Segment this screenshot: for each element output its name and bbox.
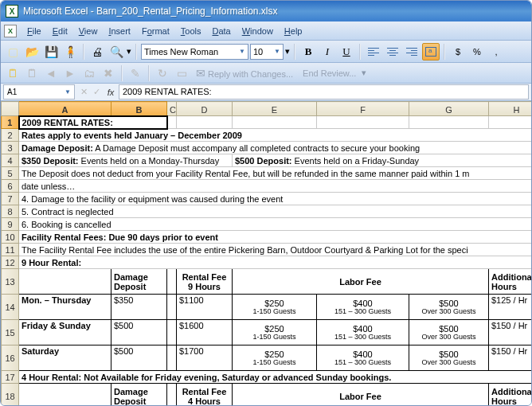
col-header-H[interactable]: H	[489, 102, 533, 116]
row-header[interactable]: 11	[2, 244, 19, 256]
worksheet-grid[interactable]: A B C D E F G H 1 2009 RENTAL RATES: 2 R…	[1, 101, 532, 406]
menu-data[interactable]: Data	[206, 24, 236, 38]
delete-comment-button[interactable]: ✖	[100, 64, 117, 82]
cell-H13[interactable]: Additional Hours	[489, 269, 533, 295]
cell-E16[interactable]: $2501-150 Guests	[233, 345, 317, 371]
menu-format[interactable]: Format	[136, 24, 175, 38]
permission-button[interactable]: 🧍	[61, 43, 79, 61]
row-header[interactable]: 3	[2, 142, 19, 154]
bold-button[interactable]: B	[299, 43, 317, 61]
cell-A5[interactable]: The Deposit does not deduct from your Fa…	[19, 167, 533, 180]
row-header[interactable]: 9	[2, 218, 19, 231]
cell-A17[interactable]: 4 Hour Rental: Not Available for Friday …	[19, 371, 533, 384]
row-header[interactable]: 14	[2, 295, 19, 320]
row-header[interactable]: 1	[2, 116, 19, 129]
col-header-C[interactable]: C	[167, 102, 177, 116]
row-header[interactable]: 17	[2, 371, 19, 384]
cell-A11[interactable]: The Facility Rental Fee includes the use…	[19, 244, 533, 256]
cell-A10[interactable]: Facility Rental Fees: Due 90 days prior …	[19, 231, 533, 244]
row-header[interactable]: 5	[2, 167, 19, 180]
menu-file[interactable]: File	[22, 24, 47, 38]
comma-button[interactable]: ,	[487, 43, 505, 61]
reply-with-changes-button[interactable]: ✉ Reply with Changes...	[192, 68, 297, 79]
show-comment-button[interactable]: 🗒	[23, 64, 41, 82]
cell-E15[interactable]: $2501-150 Guests	[233, 320, 317, 345]
cell-A16[interactable]: Saturday	[19, 345, 111, 371]
print-preview-button[interactable]: 🔍	[108, 43, 125, 61]
col-header-F[interactable]: F	[317, 102, 409, 116]
overflow-dropdown[interactable]: ▾	[362, 68, 366, 78]
cell-G14[interactable]: $500Over 300 Guests	[409, 295, 489, 320]
menu-insert[interactable]: Insert	[103, 24, 136, 38]
cell-A9[interactable]: 6. Booking is cancelled	[19, 218, 533, 231]
cell-D15[interactable]: $1600	[177, 320, 233, 345]
cell-A18[interactable]	[19, 384, 111, 407]
cell-A13[interactable]	[19, 269, 111, 295]
cell-H16[interactable]: $150 / Hr	[489, 345, 533, 371]
cell-B18[interactable]: Damage Deposit	[111, 384, 167, 407]
cell-B15[interactable]: $500	[111, 320, 167, 345]
new-comment-button[interactable]: 🗒	[4, 64, 22, 82]
row-header[interactable]: 13	[2, 269, 19, 295]
align-right-button[interactable]	[403, 43, 421, 61]
menu-edit[interactable]: Edit	[47, 24, 73, 38]
cell-B16[interactable]: $500	[111, 345, 167, 371]
align-center-button[interactable]	[384, 43, 401, 61]
save-button[interactable]: 💾	[42, 43, 60, 61]
currency-button[interactable]: $	[449, 43, 467, 61]
cell-D13[interactable]: Rental Fee 9 Hours	[177, 269, 233, 295]
row-header[interactable]: 12	[2, 256, 19, 269]
cell-A15[interactable]: Friday & Sunday	[19, 320, 111, 345]
cell-F16[interactable]: $400151 – 300 Guests	[317, 345, 409, 371]
font-name-select[interactable]: Times New Roman▼	[141, 44, 248, 60]
open-button[interactable]: 📂	[23, 43, 41, 61]
next-comment-button[interactable]: ►	[61, 64, 79, 82]
col-header-G[interactable]: G	[409, 102, 489, 116]
select-all-corner[interactable]	[2, 102, 19, 116]
print-button[interactable]: 🖨	[88, 43, 106, 61]
cell-A3[interactable]: Damage Deposit: A Damage Deposit must ac…	[19, 142, 533, 154]
row-header[interactable]: 10	[2, 231, 19, 244]
menu-help[interactable]: Help	[279, 24, 308, 38]
underline-button[interactable]: U	[338, 43, 355, 61]
prev-comment-button[interactable]: ◄	[42, 64, 60, 82]
cell-E18[interactable]: Labor Fee	[233, 384, 489, 407]
show-all-comments-button[interactable]: 🗂	[80, 64, 98, 82]
overflow-dropdown[interactable]: ▾	[285, 46, 290, 57]
row-header[interactable]: 7	[2, 193, 19, 205]
cell-A14[interactable]: Mon. – Thursday	[19, 295, 111, 320]
cell-A6[interactable]: date unless…	[19, 180, 533, 193]
cell-F15[interactable]: $400151 – 300 Guests	[317, 320, 409, 345]
ink-button[interactable]: ✎	[127, 64, 144, 82]
cell-B13[interactable]: Damage Deposit	[111, 269, 167, 295]
col-header-A[interactable]: A	[19, 102, 111, 116]
formula-input[interactable]: 2009 RENTAL RATES:	[119, 84, 529, 100]
name-box[interactable]: A1▼	[3, 84, 75, 100]
row-header[interactable]: 6	[2, 180, 19, 193]
cell-B14[interactable]: $350	[111, 295, 167, 320]
worksheet-area[interactable]: A B C D E F G H 1 2009 RENTAL RATES: 2 R…	[1, 101, 531, 405]
cell-E13[interactable]: Labor Fee	[233, 269, 489, 295]
new-button[interactable]: ▢	[4, 43, 22, 61]
cell-D14[interactable]: $1100	[177, 295, 233, 320]
cell-G16[interactable]: $500Over 300 Guests	[409, 345, 489, 371]
cell-D18[interactable]: Rental Fee 4 Hours	[177, 384, 233, 407]
align-left-button[interactable]	[365, 43, 382, 61]
row-header[interactable]: 18	[2, 384, 19, 407]
end-review-button[interactable]: End Review...	[299, 68, 360, 78]
cell-A2[interactable]: Rates apply to events held January – Dec…	[19, 129, 533, 142]
cell-E14[interactable]: $2501-150 Guests	[233, 295, 317, 320]
cell-H15[interactable]: $150 / Hr	[489, 320, 533, 345]
menu-view[interactable]: View	[73, 24, 104, 38]
cell-F14[interactable]: $400151 – 300 Guests	[317, 295, 409, 320]
col-header-D[interactable]: D	[177, 102, 233, 116]
cell-A4[interactable]: $350 Deposit: Events held on a Monday-Th…	[19, 154, 233, 167]
cell-A8[interactable]: 5. Contract is neglected	[19, 205, 533, 218]
col-header-E[interactable]: E	[233, 102, 317, 116]
accept-change-button[interactable]: ▭	[173, 64, 190, 82]
col-header-B[interactable]: B	[111, 102, 167, 116]
italic-button[interactable]: I	[319, 43, 336, 61]
cell-H18[interactable]: Additional Hours	[489, 384, 533, 407]
cell-H14[interactable]: $125 / Hr	[489, 295, 533, 320]
cell-G15[interactable]: $500Over 300 Guests	[409, 320, 489, 345]
